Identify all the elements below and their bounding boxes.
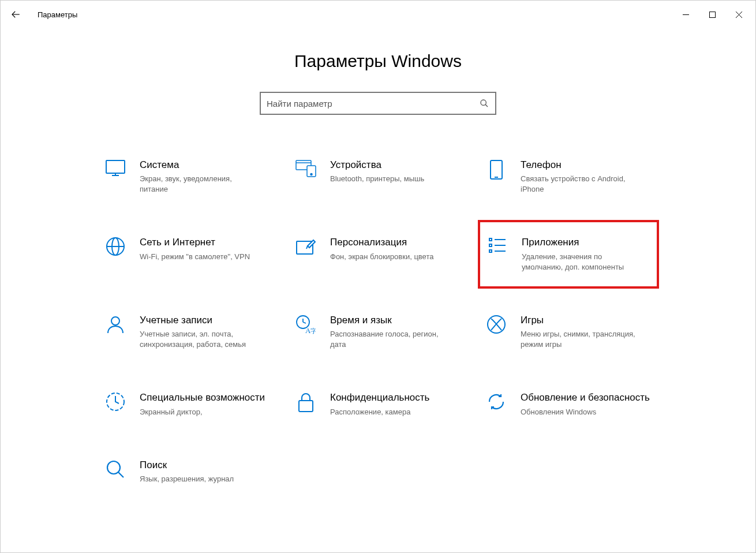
- search-box[interactable]: [260, 92, 496, 115]
- time-language-icon: A字: [292, 314, 320, 335]
- devices-icon: [292, 159, 320, 177]
- search-icon: [479, 99, 489, 108]
- tile-desc: Меню игры, снимки, трансляция, режим игр…: [521, 329, 642, 350]
- tile-time-language[interactable]: A字 Время и язык Распознавание голоса, ре…: [289, 311, 467, 353]
- accessibility-icon: [102, 391, 129, 411]
- tile-personalization[interactable]: Персонализация Фон, экран блокировки, цв…: [289, 233, 467, 275]
- tile-title: Время и язык: [330, 314, 451, 327]
- settings-grid: Система Экран, звук, уведомления, питани…: [1, 155, 755, 488]
- tile-title: Обновление и безопасность: [521, 391, 650, 404]
- tile-title: Устройства: [330, 159, 424, 171]
- tile-title: Сеть и Интернет: [140, 236, 250, 249]
- accounts-icon: [102, 314, 129, 334]
- tile-title: Поиск: [140, 459, 234, 472]
- tile-desc: Удаление, значения по умолчанию, доп. ко…: [522, 252, 643, 272]
- tile-title: Приложения: [522, 236, 643, 249]
- svg-rect-2: [709, 12, 715, 17]
- back-button[interactable]: [4, 3, 27, 26]
- svg-line-20: [306, 246, 308, 249]
- svg-line-30: [303, 322, 306, 323]
- svg-rect-21: [489, 238, 492, 241]
- window-title: Параметры: [38, 10, 77, 19]
- tile-desc: Фон, экран блокировки, цвета: [330, 252, 433, 262]
- lock-icon: [292, 391, 320, 412]
- tile-desc: Расположение, камера: [330, 407, 429, 417]
- tile-desc: Обновления Windows: [521, 407, 642, 417]
- tile-privacy[interactable]: Конфиденциальность Расположение, камера: [289, 388, 467, 420]
- tile-desc: Экранный диктор,: [140, 407, 261, 417]
- close-button[interactable]: [725, 5, 752, 24]
- apps-icon: [484, 236, 511, 253]
- tile-title: Конфиденциальность: [330, 391, 429, 404]
- window-controls: [672, 5, 752, 24]
- tile-apps[interactable]: Приложения Удаление, значения по умолчан…: [478, 220, 659, 288]
- svg-rect-7: [106, 160, 125, 173]
- tile-title: Телефон: [521, 159, 642, 171]
- maximize-icon: [709, 12, 716, 18]
- tile-accounts[interactable]: Учетные записи Учетные записи, эл. почта…: [98, 311, 277, 353]
- minimize-icon: [683, 12, 689, 18]
- svg-rect-14: [491, 160, 502, 179]
- tile-system[interactable]: Система Экран, звук, уведомления, питани…: [98, 155, 277, 198]
- search-tile-icon: [102, 459, 129, 479]
- update-icon: [482, 391, 510, 411]
- tile-desc: Распознавание голоса, регион, дата: [330, 329, 451, 350]
- search-container: [1, 92, 755, 115]
- svg-line-37: [118, 472, 123, 477]
- system-icon: [102, 159, 129, 176]
- globe-icon: [102, 236, 129, 256]
- svg-rect-25: [489, 250, 492, 252]
- tile-accessibility[interactable]: Специальные возможности Экранный диктор,: [98, 388, 277, 420]
- titlebar: Параметры: [1, 1, 755, 28]
- personalization-icon: [292, 236, 320, 255]
- svg-rect-35: [299, 401, 313, 412]
- page-title: Параметры Windows: [1, 51, 755, 71]
- tile-devices[interactable]: Устройства Bluetooth, принтеры, мышь: [289, 155, 467, 198]
- close-icon: [736, 12, 742, 18]
- tile-title: Игры: [521, 314, 642, 327]
- svg-point-5: [481, 100, 486, 105]
- minimize-button[interactable]: [672, 5, 699, 24]
- tile-title: Учетные записи: [140, 314, 261, 327]
- svg-text:字: 字: [310, 327, 316, 334]
- xbox-icon: [482, 314, 510, 334]
- maximize-button[interactable]: [699, 5, 725, 24]
- tile-gaming[interactable]: Игры Меню игры, снимки, трансляция, режи…: [479, 311, 658, 353]
- svg-point-27: [111, 317, 119, 325]
- tile-title: Специальные возможности: [140, 391, 265, 404]
- phone-icon: [482, 159, 510, 180]
- tile-desc: Язык, разрешения, журнал: [140, 474, 234, 484]
- tile-desc: Связать устройство с Android, iPhone: [521, 174, 642, 195]
- arrow-left-icon: [10, 9, 21, 20]
- svg-rect-23: [489, 244, 492, 246]
- tile-title: Персонализация: [330, 236, 433, 249]
- tile-phone[interactable]: Телефон Связать устройство с Android, iP…: [479, 155, 658, 198]
- svg-point-13: [310, 174, 312, 175]
- svg-point-36: [107, 461, 120, 474]
- tile-desc: Учетные записи, эл. почта, синхронизация…: [140, 329, 261, 350]
- tile-desc: Wi-Fi, режим "в самолете", VPN: [140, 252, 250, 262]
- tile-update-security[interactable]: Обновление и безопасность Обновления Win…: [479, 388, 658, 420]
- tile-search[interactable]: Поиск Язык, разрешения, журнал: [98, 455, 277, 488]
- tile-desc: Экран, звук, уведомления, питание: [140, 174, 261, 195]
- search-input[interactable]: [267, 99, 479, 109]
- tile-network[interactable]: Сеть и Интернет Wi-Fi, режим "в самолете…: [98, 233, 277, 275]
- tile-title: Система: [140, 159, 261, 171]
- tile-desc: Bluetooth, принтеры, мышь: [330, 174, 424, 184]
- svg-line-6: [485, 104, 488, 107]
